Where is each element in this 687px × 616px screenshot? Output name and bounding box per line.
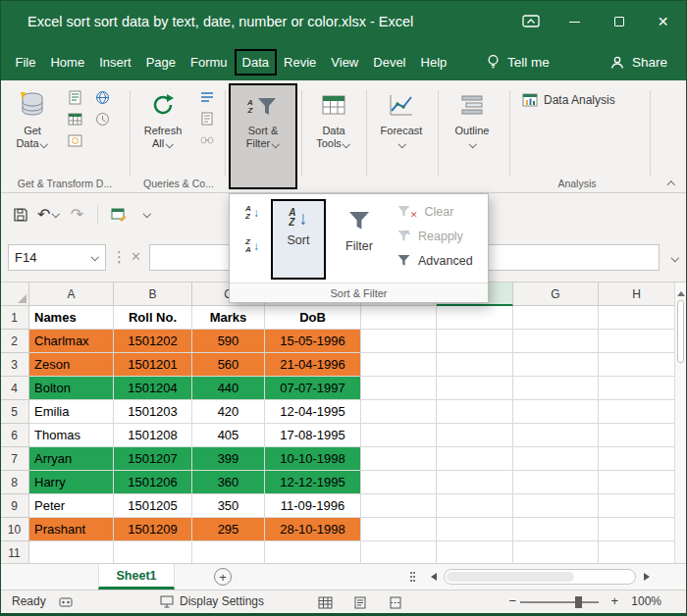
cell-a6[interactable]: Thomas [29,424,114,447]
cell-a7[interactable]: Arryan [29,447,114,471]
horizontal-scrollbar[interactable] [444,569,636,585]
cell-e2[interactable] [361,330,437,353]
cell-c1[interactable]: Marks [192,306,265,330]
cell-g5[interactable] [513,400,599,424]
cell-d10[interactable]: 28-10-1998 [265,518,361,541]
scroll-left-button[interactable] [426,570,440,584]
refresh-all-button[interactable]: Refresh All [134,87,191,150]
edit-links-icon[interactable] [197,132,217,148]
cell-e9[interactable] [361,494,437,518]
data-analysis-button[interactable]: Data Analysis [522,92,615,108]
cell-e5[interactable] [361,400,437,424]
cell-b9[interactable]: 1501205 [114,494,192,518]
close-button[interactable]: ✕ [641,0,685,43]
cell-b4[interactable]: 1501204 [114,377,192,400]
cell-g7[interactable] [513,447,599,471]
row-header-9[interactable]: 9 [0,494,29,518]
cell-h3[interactable] [599,353,675,377]
row-header-1[interactable]: 1 [0,306,29,330]
cell-f10[interactable] [437,518,513,541]
cell-f4[interactable] [437,377,513,400]
cell-c10[interactable]: 295 [192,518,265,541]
quick-table-tool-button[interactable] [108,202,130,228]
macro-record-icon[interactable] [57,594,75,610]
cell-b8[interactable]: 1501206 [114,471,192,494]
cancel-icon[interactable]: ✕ [131,249,141,264]
cell-d9[interactable]: 11-09-1996 [265,494,361,518]
reapply-button[interactable]: Reapply [396,225,487,247]
cell-c4[interactable]: 440 [192,377,265,400]
cell-g2[interactable] [513,330,599,353]
cell-h1[interactable] [599,306,675,330]
horizontal-scrollbar-thumb[interactable] [447,572,574,582]
cell-a2[interactable]: Charlmax [29,330,114,353]
display-settings-button[interactable]: Display Settings [160,594,264,608]
share-button[interactable]: Share [609,43,667,80]
row-header-4[interactable]: 4 [0,377,29,400]
filter-button[interactable]: Filter [332,199,387,280]
cell-a3[interactable]: Zeson [29,353,114,377]
row-header-7[interactable]: 7 [0,447,29,471]
cell-a1[interactable]: Names [29,306,114,330]
cell-b5[interactable]: 1501203 [114,400,192,424]
cell-c8[interactable]: 360 [192,471,265,494]
column-header-h[interactable]: H [599,282,675,306]
sort-z-to-a-button[interactable]: ZA ↓ [238,233,267,259]
get-data-button[interactable]: Get Data [6,87,59,150]
sort-filter-ribbon-button[interactable]: AZ Sort & Filter [229,83,297,189]
menu-tab-insert[interactable]: Insert [92,49,139,76]
name-box[interactable]: F14 [8,244,106,271]
from-table-icon[interactable] [65,111,84,127]
cell-h9[interactable] [599,494,675,518]
cell-c9[interactable]: 350 [192,494,265,518]
existing-connections-icon[interactable] [65,132,84,148]
cell-f2[interactable] [437,330,513,353]
cell-h5[interactable] [599,400,675,424]
cell-g10[interactable] [513,518,599,541]
page-layout-view-icon[interactable] [351,594,369,610]
zoom-level[interactable]: 100% [624,594,661,608]
name-box-drag-handle-icon[interactable]: ⋮ [112,248,127,266]
cell-h7[interactable] [599,447,675,471]
properties-icon[interactable] [197,111,217,127]
row-header-10[interactable]: 10 [0,518,29,541]
row-header-2[interactable]: 2 [0,330,29,353]
cell-h10[interactable] [599,518,675,541]
recent-sources-icon[interactable] [92,111,112,127]
column-header-a[interactable]: A [29,282,114,306]
cell-a5[interactable]: Emilia [29,400,114,424]
data-tools-button[interactable]: Data Tools [305,87,362,150]
cell-c2[interactable]: 590 [192,330,265,353]
redo-button[interactable]: ↷ [66,202,87,228]
cell-a4[interactable]: Bolton [29,377,114,400]
new-sheet-button[interactable]: + [214,568,232,586]
clear-button[interactable]: ✕ Clear [396,200,487,223]
from-web-icon[interactable] [92,89,112,105]
row-header-6[interactable]: 6 [0,424,29,447]
cell-e8[interactable] [361,471,437,494]
cell-f11[interactable] [437,541,513,565]
from-text-icon[interactable] [65,89,84,105]
cell-h8[interactable] [599,471,675,494]
maximize-button[interactable] [597,0,641,43]
row-header-11[interactable]: 11 [0,541,29,565]
menu-tab-formu[interactable]: Formu [184,49,236,76]
tab-splitter-handle-icon[interactable] [410,572,412,574]
cell-a11[interactable] [29,541,114,565]
advanced-button[interactable]: Advanced [396,249,487,272]
menu-tab-home[interactable]: Home [43,49,92,76]
cell-g6[interactable] [513,424,599,447]
cell-e10[interactable] [361,518,437,541]
customize-qat-button[interactable] [135,202,157,228]
cell-h4[interactable] [599,377,675,400]
scroll-up-icon[interactable] [677,287,685,296]
cell-e3[interactable] [361,353,437,377]
menu-tab-page[interactable]: Page [138,49,183,76]
vertical-scrollbar-thumb[interactable] [677,300,684,363]
cell-d2[interactable]: 15-05-1996 [265,330,361,353]
cell-d4[interactable]: 07-07-1997 [265,377,361,400]
vertical-scrollbar[interactable] [674,282,686,563]
cell-d6[interactable]: 17-08-1995 [265,424,361,447]
outline-button[interactable]: Outline [443,87,502,150]
normal-view-icon[interactable] [316,594,334,610]
